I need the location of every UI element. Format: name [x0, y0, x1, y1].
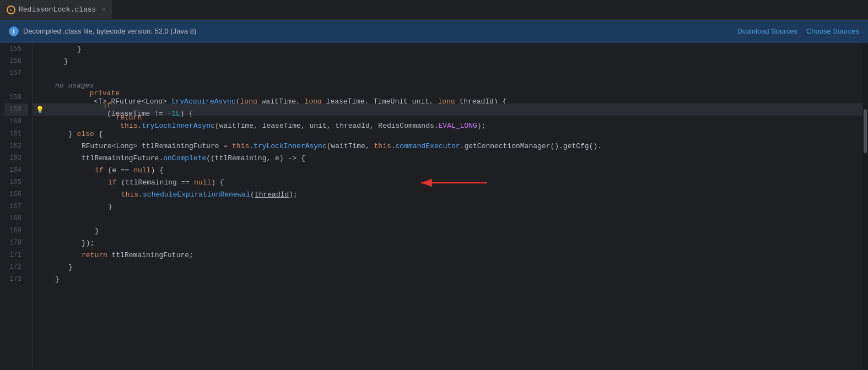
class-file-icon: c — [7, 6, 15, 14]
code-line-163: ttlRemainingFuture.onComplete((ttlRemain… — [46, 152, 862, 164]
code-line-165: if (ttlRemaining == null) { — [46, 176, 862, 188]
code-area: 155 156 157 158 159 160 161 162 163 164 — [0, 43, 868, 370]
scrollbar[interactable] — [862, 43, 868, 370]
info-bar: i Decompiled .class file, bytecode versi… — [0, 20, 868, 43]
code-line-166: this.scheduleExpirationRenewal(threadId)… — [46, 188, 862, 200]
code-line-161: } else { — [46, 128, 862, 140]
code-line-162: RFuture<Long> ttlRemainingFuture = this.… — [46, 140, 862, 152]
lightbulb-icon[interactable]: 💡 — [36, 106, 44, 114]
code-line-164: if (e == null) { — [46, 164, 862, 176]
code-line-155: } — [46, 43, 862, 55]
choose-sources-link[interactable]: Choose Sources — [806, 27, 859, 35]
code-line-156: } — [46, 55, 862, 67]
info-message-container: i Decompiled .class file, bytecode versi… — [9, 26, 196, 36]
code-line-173: } — [46, 273, 862, 285]
code-line-168 — [46, 213, 862, 225]
info-message: Decompiled .class file, bytecode version… — [23, 27, 196, 35]
code-line-172: } — [46, 261, 862, 273]
tab-close-icon[interactable]: × — [101, 7, 105, 13]
code-line-160: return this.tryLockInnerAsync(waitTime, … — [46, 116, 862, 128]
scrollbar-thumb[interactable] — [864, 109, 867, 153]
code-line-170: }); — [46, 237, 862, 249]
tab-redissonlock[interactable]: c RedissonLock.class × — [0, 0, 112, 19]
info-actions: Download Sources Choose Sources — [737, 27, 859, 35]
indicator-column: 💡 — [33, 43, 46, 370]
tab-label: RedissonLock.class — [19, 6, 96, 14]
code-line-171: return ttlRemainingFuture; — [46, 249, 862, 261]
line-numbers-gutter: 155 156 157 158 159 160 161 162 163 164 — [0, 43, 33, 370]
code-line-169: } — [46, 225, 862, 237]
code-line-167: } — [46, 200, 862, 213]
code-content: } } no usages private <T> RFuture<Long> … — [46, 43, 862, 370]
code-line-157 — [46, 67, 862, 79]
tab-bar: c RedissonLock.class × — [0, 0, 868, 20]
download-sources-link[interactable]: Download Sources — [737, 27, 797, 35]
info-icon: i — [9, 26, 19, 36]
